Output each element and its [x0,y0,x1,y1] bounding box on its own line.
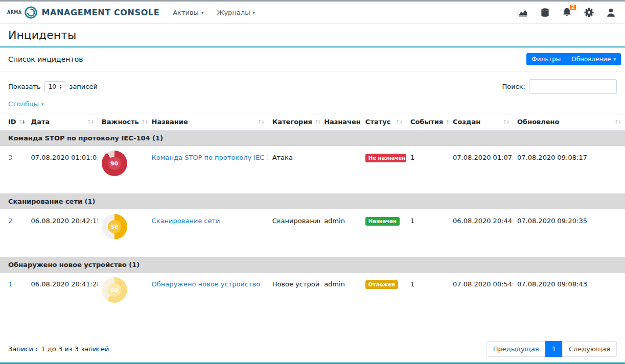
severity-value: 50 [102,214,127,239]
incident-date: 07.08.2020 01:01:01 [31,154,98,161]
prev-page-button[interactable]: Предыдущая [487,341,546,357]
incidents-table: ID↑↓ Дата↑↓ Важность↑↓ Название↑↓ Катего… [0,113,625,332]
page-size-value: 10 [49,83,56,90]
brand-logo[interactable]: ARMA MANAGEMENT CONSOLE [7,6,159,19]
col-created[interactable]: Создан↑↓ [449,113,513,131]
incident-id-link[interactable]: 1 [8,280,12,288]
table-header-row: ID↑↓ Дата↑↓ Важность↑↓ Название↑↓ Катего… [0,113,625,131]
refresh-button[interactable]: Обновление ▾ [566,53,621,65]
show-label: Показать [8,83,41,90]
sort-icon: ↑↓ [258,119,264,125]
sort-icon: ↑↓ [502,119,509,125]
group-label: Команда STOP по протоколу IEC-104 (1) [0,131,625,146]
table-row: 1 06.08.2020 20:41:28 60 Обнаружено ново… [0,273,625,332]
chevron-down-icon: ▾ [613,57,616,62]
col-id[interactable]: ID↑↓ [0,113,27,131]
search-box: Поиск: [502,79,617,94]
incident-name-link[interactable]: Обнаружено новое устройство [152,280,261,288]
navbar-icons: 2 [518,7,616,18]
incidents-card: Список инцидентов Фильтры Обновление ▾ П… [0,47,625,364]
incident-category: Сканирование [272,217,320,225]
col-status[interactable]: Статус↑↓ [361,113,406,131]
col-date[interactable]: Дата↑↓ [27,113,98,131]
table-controls: Показать 10 ▴▾ записей Поиск: [0,71,625,96]
gear-icon[interactable] [584,8,594,17]
group-header-row: Обнаружено новое устройство (1) [0,257,625,273]
incident-updated: 07.08.2020 09:08:17 [517,154,587,161]
nav-journals[interactable]: Журналы ▾ [217,9,255,16]
sort-icon: ↑↓ [141,119,148,125]
col-severity[interactable]: Важность↑↓ [98,113,148,131]
sort-icon: ↑↓ [87,119,94,125]
sort-icon: ↑↓ [18,119,25,125]
incident-category: Новое устройство [272,280,320,288]
incident-date: 06.08.2020 20:42:15 [31,217,98,225]
incident-name-link[interactable]: Команда STOP по протоколу IEC-104 [152,154,268,161]
incident-events: 1 [410,280,414,288]
nav-assets-label: Активы [173,9,199,16]
col-name[interactable]: Название↑↓ [148,113,268,131]
incident-events: 1 [410,217,414,225]
col-updated[interactable]: Обновлено↑↓ [513,113,625,131]
severity-value: 90 [102,151,127,176]
next-page-button[interactable]: Следующая [562,341,617,357]
page-title-bar: Инциденты [0,24,625,47]
card-actions: Фильтры Обновление ▾ [526,53,621,65]
nav-journals-label: Журналы [217,9,250,16]
filters-button[interactable]: Фильтры [526,53,566,65]
pagination: Предыдущая 1 Следующая [487,341,617,357]
incident-name-link[interactable]: Сканирование сети [152,217,220,225]
page-size-select[interactable]: 10 ▴▾ [44,81,66,92]
user-icon[interactable] [606,8,616,17]
col-category[interactable]: Категория↑↓ [268,113,320,131]
severity-donut: 60 [102,277,127,303]
status-badge: Не назначен [365,154,406,162]
group-header-row: Команда STOP по протоколу IEC-104 (1) [0,131,625,146]
notification-badge: 2 [570,5,576,11]
database-icon[interactable] [540,8,550,17]
notifications-button[interactable]: 2 [562,7,572,18]
incident-id-link[interactable]: 2 [8,217,12,225]
incident-date: 06.08.2020 20:41:28 [31,280,98,288]
columns-button[interactable]: Столбцы ▾ [0,96,52,113]
search-input[interactable] [529,79,617,94]
brand-arma-text: ARMA [7,10,22,15]
table-row: 2 06.08.2020 20:42:15 50 Сканирование се… [0,209,625,257]
chevron-down-icon: ▾ [252,10,255,15]
incident-created: 06.08.2020 20:44:52 [453,217,513,225]
incident-updated: 07.08.2020 09:08:43 [517,280,587,288]
severity-donut: 90 [102,151,127,176]
sort-icon: ↑↓ [445,119,449,125]
page-number-button[interactable]: 1 [545,341,563,357]
severity-donut: 50 [102,214,127,239]
card-header: Список инцидентов Фильтры Обновление ▾ [0,47,625,71]
search-label: Поиск: [502,83,525,90]
incident-updated: 07.08.2020 09:20:35 [517,217,587,225]
chevron-down-icon: ▾ [201,10,204,15]
chart-icon[interactable] [518,8,528,17]
chevron-down-icon: ▾ [41,102,44,107]
arma-logo-icon [24,6,38,19]
incident-created: 07.08.2020 01:07:14 [453,154,513,161]
nav-assets[interactable]: Активы ▾ [173,9,203,16]
status-badge: Назначен [365,217,400,226]
sort-icon: ↑↓ [314,119,320,125]
col-assignee[interactable]: Назначен↑↓ [320,113,361,131]
sort-icon: ↑↓ [614,119,621,125]
group-header-row: Сканирование сети (1) [0,194,625,209]
table-row: 3 07.08.2020 01:01:01 90 Команда STOP по… [0,146,625,194]
status-badge: Отложен [365,280,398,289]
incident-events: 1 [410,154,414,161]
page-title: Инциденты [8,29,617,41]
incident-created: 07.08.2020 00:54:39 [453,280,513,288]
columns-button-label: Столбцы [8,100,39,108]
main-menu: Активы ▾ Журналы ▾ [173,9,255,16]
sort-icon: ↑↓ [396,119,402,125]
refresh-button-label: Обновление [571,56,611,63]
col-events[interactable]: События↑↓ [406,113,449,131]
stepper-icon: ▴▾ [60,84,62,89]
card-footer: Записи с 1 до 3 из 3 записей Предыдущая … [0,332,625,364]
incident-id-link[interactable]: 3 [8,154,12,161]
group-label: Обнаружено новое устройство (1) [0,257,625,273]
incident-category: Атака [272,154,293,161]
